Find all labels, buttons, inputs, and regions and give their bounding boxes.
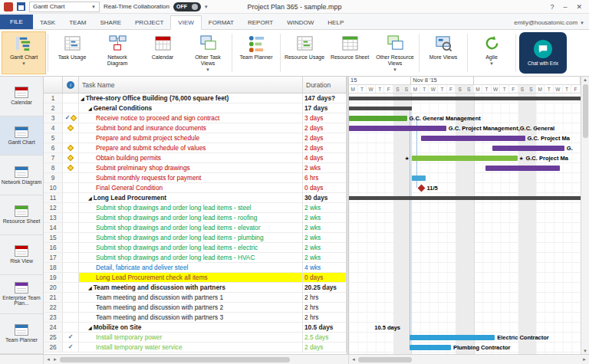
- tab-project[interactable]: PROJECT: [128, 16, 170, 29]
- table-row[interactable]: 22Team meeting and discussion with partn…: [44, 303, 347, 313]
- table-row[interactable]: 26✓Install temporary water service2 days: [44, 343, 347, 353]
- tab-help[interactable]: HELP: [321, 16, 350, 29]
- row-number: 2: [44, 103, 63, 113]
- table-row[interactable]: 18Detail, fabricate and deliver steel4 w…: [44, 263, 347, 273]
- save-icon[interactable]: [17, 2, 25, 11]
- table-row[interactable]: 4Submit bond and insurance documents2 da…: [44, 123, 347, 133]
- warning-diamond-icon: [67, 145, 74, 151]
- resource-usage-button[interactable]: Resource Usage: [282, 31, 327, 74]
- gantt-chart-button[interactable]: Gantt Chart▼: [2, 31, 46, 74]
- sidebar-item-resource-sheet[interactable]: Resource Sheet: [0, 195, 43, 235]
- tab-view[interactable]: VIEW: [170, 15, 201, 30]
- expand-triangle-icon[interactable]: ◢: [81, 96, 84, 101]
- table-scroll-thumb[interactable]: [60, 357, 290, 362]
- star-marker-icon: ★: [405, 156, 410, 161]
- task-bar[interactable]: [349, 116, 407, 121]
- scroll-right-icon[interactable]: ►: [582, 357, 587, 362]
- tab-report[interactable]: REPORT: [241, 16, 280, 29]
- more-views-button[interactable]: More Views: [421, 31, 466, 74]
- tab-window[interactable]: WINDOW: [280, 16, 321, 29]
- sidebar-item-gantt-chart[interactable]: Gantt Chart: [0, 116, 43, 156]
- task-bar[interactable]: [412, 175, 426, 181]
- table-row[interactable]: 5Prepare and submit project schedule2 da…: [44, 133, 347, 143]
- team-planner-button[interactable]: Team Planner: [234, 31, 278, 74]
- table-row[interactable]: 14Submit shop drawings and order long le…: [44, 223, 347, 233]
- table-row[interactable]: 25✓Install temporary power2.5 days: [44, 333, 347, 343]
- tab-format[interactable]: FORMAT: [202, 16, 241, 29]
- task-bar[interactable]: [492, 146, 564, 151]
- task-bar[interactable]: [421, 136, 525, 141]
- table-row[interactable]: 11◢Long Lead Procurement30 days: [44, 193, 347, 203]
- row-number-header[interactable]: [44, 77, 63, 93]
- sidebar-item-enterprise-team-plan-[interactable]: Enterprise Team Plan...: [0, 275, 43, 315]
- task-bar[interactable]: [412, 156, 518, 161]
- table-row[interactable]: 9Submit monthly requests for payment6 hr…: [44, 173, 347, 183]
- expand-triangle-icon[interactable]: ◢: [88, 106, 92, 111]
- table-row[interactable]: 20◢Team meeting and discussion with part…: [44, 283, 347, 293]
- scroll-left-icon[interactable]: ◄: [351, 357, 356, 362]
- vertical-scroll-thumb[interactable]: [583, 84, 588, 138]
- quick-access-arrow-icon[interactable]: ▾: [205, 4, 208, 10]
- network-diagram-button[interactable]: Network Diagram: [95, 31, 140, 74]
- chat-with-erix-button[interactable]: Chat with Erix: [519, 32, 567, 74]
- account-menu[interactable]: emily@housatonic.com ▼: [514, 19, 589, 29]
- other-task-views-button[interactable]: Other Task Views▼: [186, 31, 230, 74]
- table-row[interactable]: 1◢Three-story Office Building (76,000 sq…: [44, 93, 347, 103]
- other-resource-views-button[interactable]: Other Resource Views▼: [373, 31, 417, 74]
- summary-bar[interactable]: [349, 97, 581, 100]
- duration-header[interactable]: Duration: [303, 77, 347, 93]
- task-name-header[interactable]: Task Name: [79, 77, 303, 93]
- table-row[interactable]: 13Submit shop drawings and order long le…: [44, 213, 347, 223]
- agile-button[interactable]: Agile▼: [469, 31, 514, 74]
- chart-scroll-thumb[interactable]: [358, 357, 412, 362]
- scroll-right-icon[interactable]: ►: [53, 357, 58, 362]
- table-row[interactable]: 6Prepare and submit schedule of values2 …: [44, 143, 347, 153]
- chart-horizontal-scrollbar[interactable]: ◄ ►: [349, 355, 589, 364]
- help-button[interactable]: ?: [550, 3, 554, 11]
- tab-share[interactable]: SHARE: [93, 16, 128, 29]
- table-row[interactable]: 16Submit shop drawings and order long le…: [44, 243, 347, 253]
- summary-bar[interactable]: [349, 107, 412, 110]
- tab-task[interactable]: TASK: [33, 16, 62, 29]
- table-row[interactable]: 19Long Lead Procurement check all items0…: [44, 273, 347, 283]
- collaboration-toggle[interactable]: OFF: [173, 2, 201, 11]
- milestone-diamond-icon[interactable]: [417, 185, 425, 192]
- table-horizontal-scrollbar[interactable]: ◄ ►: [44, 355, 349, 364]
- table-row[interactable]: 2◢General Conditions17 days: [44, 103, 347, 113]
- table-row[interactable]: 17Submit shop drawings and order long le…: [44, 253, 347, 263]
- table-row[interactable]: 7Obtain building permits4 days: [44, 153, 347, 163]
- table-row[interactable]: 24◢Mobilize on Site10.5 days: [44, 323, 347, 333]
- expand-triangle-icon[interactable]: ◢: [88, 285, 92, 290]
- tab-team[interactable]: TEAM: [62, 16, 93, 29]
- indicator-header[interactable]: i: [63, 77, 79, 93]
- close-button[interactable]: ✕: [576, 3, 582, 11]
- task-usage-button[interactable]: Task Usage: [50, 31, 94, 74]
- sidebar-item-risk-view[interactable]: Risk View: [0, 235, 43, 275]
- sidebar-item-team-planner[interactable]: Team Planner: [0, 314, 43, 354]
- table-row[interactable]: 10Final General Condition0 days: [44, 183, 347, 193]
- minimize-button[interactable]: –: [563, 3, 567, 11]
- scroll-up-icon[interactable]: ▲: [583, 77, 587, 82]
- sidebar-item-calendar[interactable]: Calendar: [0, 77, 43, 116]
- table-row[interactable]: 12Submit shop drawings and order long le…: [44, 203, 347, 213]
- task-bar[interactable]: [410, 335, 495, 340]
- task-bar[interactable]: [349, 126, 446, 131]
- calendar-button[interactable]: Calendar: [140, 31, 185, 74]
- resource-sheet-button[interactable]: Resource Sheet: [327, 31, 372, 74]
- table-row[interactable]: 23Team meeting and discussion with partn…: [44, 313, 347, 323]
- scroll-left-icon[interactable]: ◄: [46, 357, 51, 362]
- table-row[interactable]: 3✓Receive notice to proceed and sign con…: [44, 113, 347, 123]
- table-row[interactable]: 15Submit shop drawings and order long le…: [44, 233, 347, 243]
- tab-file[interactable]: FILE: [0, 15, 33, 29]
- expand-triangle-icon[interactable]: ◢: [88, 325, 92, 330]
- summary-bar[interactable]: [349, 196, 581, 200]
- table-row[interactable]: 21Team meeting and discussion with partn…: [44, 293, 347, 303]
- view-selector-dropdown[interactable]: Gantt Chart ▼: [29, 2, 100, 12]
- sidebar-item-network-diagram[interactable]: Network Diagram: [0, 156, 43, 195]
- task-bar[interactable]: [485, 166, 560, 171]
- table-row[interactable]: 8Submit prelminary shop drawings2 wks: [44, 163, 347, 173]
- vertical-scrollbar[interactable]: ▲ ▼: [581, 77, 589, 354]
- expand-triangle-icon[interactable]: ◢: [88, 195, 92, 201]
- task-bar[interactable]: [410, 345, 451, 350]
- scroll-down-icon[interactable]: ▼: [583, 349, 587, 353]
